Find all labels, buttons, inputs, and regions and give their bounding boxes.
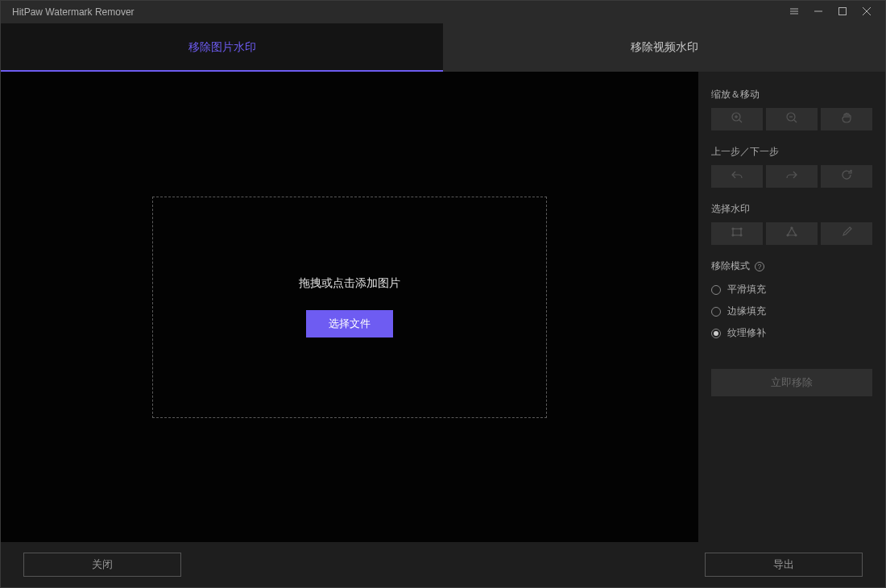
svg-point-17 (732, 234, 734, 236)
brush-select-button[interactable] (821, 222, 872, 245)
rectangle-icon (731, 226, 743, 242)
main-tabs: 移除图片水印 移除视频水印 (1, 23, 885, 72)
mode-edge-radio[interactable]: 边缘填充 (711, 304, 872, 318)
pan-button[interactable] (821, 108, 872, 130)
undo-icon (731, 168, 743, 184)
svg-point-21 (787, 234, 789, 236)
refresh-icon (840, 168, 853, 184)
svg-point-16 (740, 228, 742, 230)
zoom-section: 缩放＆移动 (711, 88, 872, 130)
brush-icon (840, 226, 853, 242)
maximize-icon (838, 5, 847, 19)
help-icon[interactable]: ? (755, 262, 764, 271)
svg-point-19 (791, 227, 793, 229)
zoom-out-button[interactable] (766, 108, 818, 130)
zoom-out-icon (785, 111, 798, 127)
window-controls (782, 1, 879, 23)
mode-title: 移除模式 ? (711, 259, 872, 273)
sidebar: 缩放＆移动 上一步／下一步 (698, 72, 885, 542)
minimize-icon (814, 5, 823, 19)
triangle-icon (785, 226, 798, 242)
tab-image-watermark[interactable]: 移除图片水印 (1, 23, 443, 72)
zoom-title: 缩放＆移动 (711, 88, 872, 101)
zoom-in-icon (731, 111, 743, 127)
svg-line-12 (794, 120, 797, 122)
radio-label: 平滑填充 (727, 283, 766, 296)
minimize-button[interactable] (806, 1, 830, 23)
footer: 关闭 导出 (1, 542, 885, 587)
radio-icon (711, 285, 721, 295)
close-button[interactable] (855, 1, 879, 23)
menu-icon (789, 5, 799, 19)
close-app-button[interactable]: 关闭 (23, 553, 181, 577)
mode-smooth-radio[interactable]: 平滑填充 (711, 283, 872, 296)
zoom-in-button[interactable] (711, 108, 763, 130)
mode-title-text: 移除模式 (711, 259, 750, 273)
polygon-select-button[interactable] (766, 222, 818, 245)
radio-icon (711, 329, 721, 338)
svg-line-8 (739, 120, 742, 122)
radio-icon (711, 307, 721, 317)
undo-title: 上一步／下一步 (711, 145, 872, 159)
mode-radio-group: 平滑填充 边缘填充 纹理修补 (711, 283, 872, 340)
svg-point-18 (740, 234, 742, 236)
app-title: HitPaw Watermark Remover (7, 6, 135, 18)
reset-button[interactable] (821, 165, 872, 188)
radio-label: 边缘填充 (727, 304, 766, 318)
app-window: HitPaw Watermark Remover (0, 0, 886, 588)
svg-point-15 (732, 228, 734, 230)
export-button[interactable]: 导出 (705, 553, 863, 577)
svg-point-20 (795, 234, 797, 236)
titlebar: HitPaw Watermark Remover (1, 1, 885, 23)
canvas-area: 拖拽或点击添加图片 选择文件 (1, 72, 698, 542)
dropzone[interactable]: 拖拽或点击添加图片 选择文件 (152, 197, 547, 418)
tab-video-watermark[interactable]: 移除视频水印 (443, 23, 885, 72)
menu-button[interactable] (782, 1, 806, 23)
redo-button[interactable] (766, 165, 818, 188)
undo-section: 上一步／下一步 (711, 145, 872, 188)
dropzone-hint: 拖拽或点击添加图片 (299, 276, 400, 291)
select-section: 选择水印 (711, 202, 872, 245)
undo-button[interactable] (711, 165, 763, 188)
select-title: 选择水印 (711, 202, 872, 216)
redo-icon (785, 168, 798, 184)
radio-label: 纹理修补 (727, 326, 766, 340)
rectangle-select-button[interactable] (711, 222, 763, 245)
maximize-button[interactable] (830, 1, 855, 23)
select-file-button[interactable]: 选择文件 (306, 310, 393, 337)
close-icon (862, 5, 872, 19)
hand-icon (840, 111, 853, 127)
mode-texture-radio[interactable]: 纹理修补 (711, 326, 872, 340)
remove-now-label: 立即移除 (771, 375, 813, 390)
tab-label: 移除视频水印 (631, 40, 698, 55)
tab-label: 移除图片水印 (188, 40, 256, 55)
remove-now-button[interactable]: 立即移除 (711, 369, 872, 396)
content-area: 拖拽或点击添加图片 选择文件 缩放＆移动 (1, 72, 885, 542)
svg-rect-14 (733, 229, 741, 235)
mode-section: 移除模式 ? 平滑填充 边缘填充 纹理修补 (711, 259, 872, 340)
svg-rect-4 (839, 8, 847, 15)
